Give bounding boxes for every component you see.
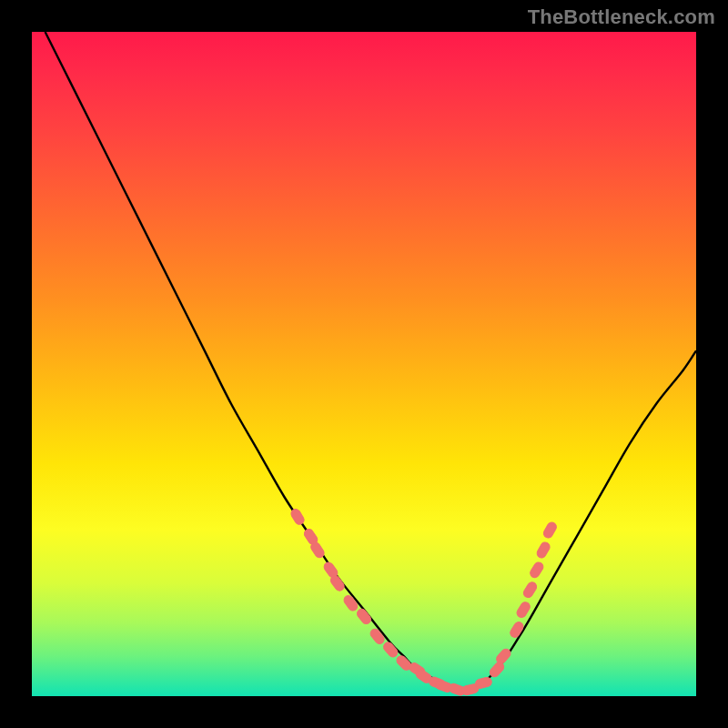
curve-marker	[529, 561, 545, 580]
curve-marker	[522, 581, 539, 600]
curve-marker	[542, 521, 559, 540]
curve-marker	[342, 594, 359, 612]
curve-marker	[382, 641, 399, 659]
curve-markers	[289, 508, 558, 697]
watermark-text: TheBottleneck.com	[528, 5, 715, 29]
curve-marker	[474, 676, 492, 689]
curve-marker	[369, 627, 386, 645]
curve-marker	[355, 607, 372, 625]
curve-marker	[515, 601, 531, 620]
curve-marker	[509, 621, 525, 640]
curve-marker	[535, 541, 551, 560]
chart-root: TheBottleneck.com	[0, 0, 728, 728]
bottleneck-curve	[46, 32, 696, 690]
chart-curve-layer	[32, 32, 696, 696]
